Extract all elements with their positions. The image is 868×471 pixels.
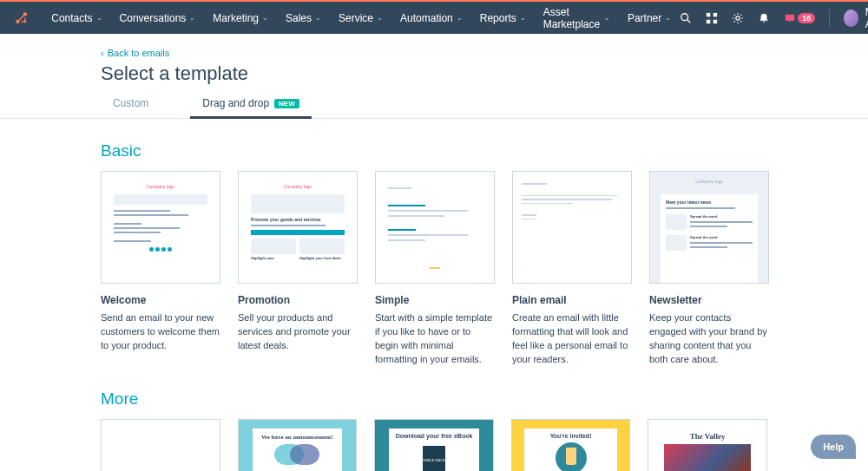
user-menu[interactable]: MO Agency ⌄: [844, 6, 868, 30]
section-basic-title: Basic: [101, 141, 767, 160]
search-icon[interactable]: [680, 11, 692, 25]
nav-contacts[interactable]: Contacts⌄: [43, 2, 110, 34]
template-thumbnail: Company logo Meet your latest news Sprea…: [649, 171, 769, 284]
divider: [829, 10, 830, 27]
template-ebook[interactable]: Download your free eBook SPACE RACE Butt…: [374, 419, 494, 471]
chevron-down-icon: ⌄: [315, 14, 321, 22]
template-plain-email[interactable]: Plain email Create an email with little …: [512, 171, 632, 367]
chevron-down-icon: ⌄: [520, 14, 526, 22]
template-thumbnail: Company logo Promote your goods and serv…: [238, 171, 358, 284]
svg-rect-5: [707, 12, 710, 16]
nav-service[interactable]: Service⌄: [330, 2, 391, 34]
svg-point-9: [736, 16, 740, 19]
chevron-down-icon: ⌄: [96, 14, 102, 22]
avatar: [844, 10, 858, 27]
settings-icon[interactable]: [732, 11, 744, 25]
template-simple[interactable]: Simple Start with a simple template if y…: [375, 171, 495, 367]
help-button[interactable]: Help: [811, 435, 856, 459]
nav-automation[interactable]: Automation⌄: [391, 2, 471, 34]
marketplace-icon[interactable]: [706, 11, 718, 25]
chevron-down-icon: ⌄: [377, 14, 383, 22]
svg-line-4: [687, 19, 691, 23]
template-thumbnail: Company logo: [101, 171, 220, 284]
chevron-down-icon: ⌄: [262, 14, 268, 22]
chevron-down-icon: ⌄: [457, 14, 463, 22]
nav-reports[interactable]: Reports⌄: [471, 2, 535, 34]
template-more-1[interactable]: [101, 419, 220, 471]
nav-partner[interactable]: Partner⌄: [619, 2, 680, 34]
tabs: Custom Drag and dropNEW: [0, 97, 868, 119]
svg-rect-7: [707, 19, 710, 23]
tab-custom[interactable]: Custom: [101, 97, 161, 118]
nav-asset-marketplace[interactable]: Asset Marketplace⌄: [535, 2, 619, 34]
template-description: Create an email with little formatting t…: [512, 311, 632, 367]
chevron-left-icon: ‹: [101, 48, 104, 58]
template-newsletter[interactable]: Company logo Meet your latest news Sprea…: [649, 171, 769, 367]
template-welcome[interactable]: Company logo Welcome Send an email to yo…: [101, 171, 220, 367]
template-name: Simple: [375, 294, 495, 306]
notifications-icon[interactable]: [758, 11, 770, 25]
tab-drag-and-drop[interactable]: Drag and dropNEW: [190, 97, 311, 118]
chevron-down-icon: ⌄: [604, 14, 610, 22]
template-name: Plain email: [512, 294, 632, 306]
nav-marketing[interactable]: Marketing⌄: [204, 2, 277, 34]
template-announcement[interactable]: We have an announcement! Button: [238, 419, 358, 471]
template-name: Newsletter: [649, 294, 769, 306]
svg-point-3: [681, 13, 688, 20]
svg-rect-6: [713, 12, 717, 16]
nav-conversations[interactable]: Conversations⌄: [111, 2, 205, 34]
template-description: Sell your products and services and prom…: [238, 311, 358, 353]
template-thumbnail: [512, 171, 632, 284]
template-description: Start with a simple template if you like…: [375, 311, 495, 367]
new-badge: NEW: [274, 99, 299, 108]
main-nav-items: Contacts⌄ Conversations⌄ Marketing⌄ Sale…: [43, 2, 680, 34]
template-description: Keep your contacts engaged with your bra…: [649, 311, 769, 367]
hubspot-logo[interactable]: [14, 10, 29, 26]
template-promotion[interactable]: Company logo Promote your goods and serv…: [238, 171, 358, 367]
inbox-badge[interactable]: 16: [784, 12, 815, 24]
chevron-down-icon: ⌄: [665, 14, 671, 22]
more-template-grid: We have an announcement! Button Download…: [101, 419, 767, 471]
template-name: Welcome: [101, 294, 220, 306]
basic-template-grid: Company logo Welcome Send an email to yo…: [101, 171, 767, 367]
template-name: Promotion: [238, 294, 358, 306]
template-thumbnail: [375, 171, 495, 284]
nav-sales[interactable]: Sales⌄: [277, 2, 330, 34]
back-link[interactable]: ‹ Back to emails: [101, 48, 169, 58]
template-description: Send an email to your new customers to w…: [101, 311, 220, 353]
page-title: Select a template: [101, 62, 767, 85]
svg-rect-8: [713, 19, 717, 23]
section-more-title: More: [101, 389, 767, 409]
template-invited[interactable]: You're invited! Button: [511, 419, 631, 471]
template-valley[interactable]: The Valley AI is taking over the world: [648, 419, 767, 471]
chevron-down-icon: ⌄: [189, 14, 195, 22]
top-navigation: Contacts⌄ Conversations⌄ Marketing⌄ Sale…: [0, 2, 868, 34]
